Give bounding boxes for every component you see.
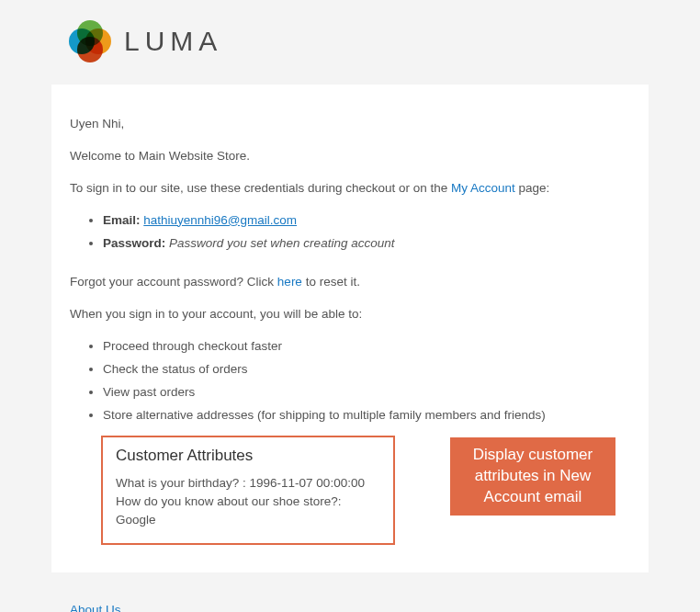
logo-text: LUMA <box>124 26 222 57</box>
footer: About Us Customer Service <box>51 600 649 612</box>
customer-attributes-row: Customer Attributes What is your birthda… <box>101 436 630 545</box>
page-root: LUMA Uyen Nhi, Welcome to Main Website S… <box>0 0 700 612</box>
feature-item: Store alternative addresses (for shippin… <box>103 407 630 425</box>
customer-attributes-box: Customer Attributes What is your birthda… <box>101 436 395 545</box>
forgot-prefix: Forgot your account password? Click <box>70 275 277 289</box>
credential-email: Email: hathiuyennhi96@gmail.com <box>103 212 630 230</box>
footer-link-about[interactable]: About Us <box>70 600 630 612</box>
forgot-password-line: Forgot your account password? Click here… <box>70 274 630 291</box>
feature-item: Check the status of orders <box>103 361 630 379</box>
signin-suffix: page: <box>519 181 550 195</box>
logo: LUMA <box>0 20 700 62</box>
luma-logo-icon <box>69 20 111 62</box>
feature-item: View past orders <box>103 384 630 402</box>
features-intro: When you sign in to your account, you wi… <box>70 306 630 323</box>
attribute-line: What is your birthday? : 1996-11-07 00:0… <box>116 474 380 493</box>
greeting: Uyen Nhi, <box>70 116 630 133</box>
password-label: Password: <box>103 236 165 250</box>
forgot-here-link[interactable]: here <box>277 275 302 289</box>
email-body: Uyen Nhi, Welcome to Main Website Store.… <box>51 85 649 572</box>
features-list: Proceed through checkout faster Check th… <box>103 338 630 425</box>
callout-annotation: Display customer attributes in New Accou… <box>450 437 615 516</box>
signin-prefix: To sign in to our site, use these creden… <box>70 181 451 195</box>
forgot-suffix: to reset it. <box>306 275 360 289</box>
signin-instructions: To sign in to our site, use these creden… <box>70 180 630 198</box>
customer-attributes-title: Customer Attributes <box>116 447 380 465</box>
feature-item: Proceed through checkout faster <box>103 338 630 356</box>
credentials-list: Email: hathiuyennhi96@gmail.com Password… <box>103 212 630 253</box>
email-label: Email: <box>103 213 141 227</box>
attribute-line: How do you know about our shoe store?: G… <box>116 493 380 530</box>
email-value-link[interactable]: hathiuyennhi96@gmail.com <box>143 213 297 227</box>
welcome-line: Welcome to Main Website Store. <box>70 148 630 165</box>
credential-password: Password: Password you set when creating… <box>103 235 630 253</box>
password-value: Password you set when creating account <box>169 236 394 250</box>
my-account-link[interactable]: My Account <box>451 181 515 195</box>
